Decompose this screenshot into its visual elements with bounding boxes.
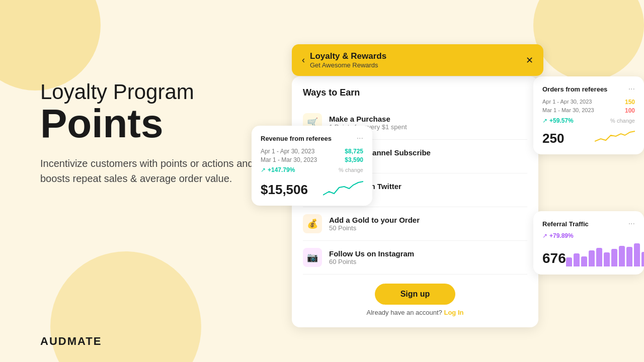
- orders-card: Orders from referees ··· Apr 1 - Apr 30,…: [533, 76, 644, 154]
- bar: [626, 247, 632, 266]
- orders-row-2: Mar 1 - Mar 30, 2023 100: [542, 107, 635, 114]
- orders-row-1: Apr 1 - Apr 30, 2023 150: [542, 99, 635, 106]
- earn-item-text-gold: Add a Gold to your Order 50 Points: [329, 216, 420, 232]
- bar: [596, 248, 602, 266]
- referral-card-header: Referral Traffic ···: [542, 219, 635, 228]
- bar: [581, 256, 587, 266]
- referral-bar-chart: [566, 241, 644, 266]
- referral-change: ↗ +79.89%: [542, 232, 635, 239]
- orders-card-title: Orders from referees: [542, 85, 607, 93]
- orders-more-icon[interactable]: ···: [628, 84, 635, 94]
- revenue-row-1: Apr 1 - Apr 30, 2023 $8,725: [261, 148, 363, 155]
- revenue-card: Revenue from referees ··· Apr 1 - Apr 30…: [252, 126, 372, 206]
- already-account-text: Already have an account? Log In: [303, 309, 527, 316]
- referral-change-arrow: ↗: [542, 232, 547, 239]
- referral-card: Referral Traffic ··· ↗ +79.89% 676: [533, 211, 644, 275]
- revenue-date2: Mar 1 - Mar 30, 2023: [261, 156, 317, 163]
- referral-bottom: 676: [542, 241, 635, 266]
- earn-item-gold: 💰 Add a Gold to your Order 50 Points: [303, 207, 527, 241]
- bar: [574, 253, 580, 266]
- orders-change-label: % change: [610, 118, 635, 124]
- orders-date2: Mar 1 - Mar 30, 2023: [542, 107, 594, 114]
- bg-circle-tl: [0, 0, 101, 90]
- gold-icon: 💰: [303, 214, 322, 233]
- description: Incentivize customers with points or act…: [40, 156, 257, 186]
- signup-button[interactable]: Sign up: [375, 284, 455, 305]
- referral-big-value: 676: [542, 250, 566, 266]
- orders-change-arrow: ↗: [542, 117, 547, 124]
- earn-title-instagram: Follow Us on Instagram: [329, 249, 414, 258]
- revenue-card-title: Revenue from referees: [261, 135, 332, 142]
- revenue-change-pct: +147.79%: [268, 166, 295, 173]
- earn-title-purchase: Make a Purchase: [329, 115, 407, 123]
- revenue-val1: $8,725: [345, 148, 363, 155]
- bar: [589, 250, 595, 266]
- close-icon[interactable]: ✕: [526, 55, 533, 66]
- bar: [604, 252, 610, 266]
- earn-sub-instagram: 60 Points: [329, 258, 414, 265]
- revenue-more-icon[interactable]: ···: [357, 134, 363, 143]
- loyalty-header-text: Loyalty & Rewards Get Awesome Rewards: [310, 51, 386, 69]
- revenue-change-label: % change: [339, 167, 363, 173]
- orders-big-value: 250: [542, 131, 564, 146]
- loyalty-program-label: Loyalty Program: [40, 80, 292, 104]
- orders-card-header: Orders from referees ···: [542, 84, 635, 94]
- loyalty-header-title: Loyalty & Rewards: [310, 51, 386, 61]
- referral-change-pct: +79.89%: [549, 232, 574, 239]
- revenue-row-2: Mar 1 - Mar 30, 2023 $3,590: [261, 156, 363, 163]
- chevron-left-icon[interactable]: ‹: [302, 55, 305, 65]
- loyalty-header-left: ‹ Loyalty & Rewards Get Awesome Rewards: [302, 51, 386, 69]
- already-account-label: Already have an account?: [367, 309, 442, 316]
- revenue-val2: $3,590: [345, 156, 363, 163]
- bar: [566, 257, 572, 266]
- revenue-change: ↗ +147.79% % change: [261, 166, 363, 173]
- right-section: ‹ Loyalty & Rewards Get Awesome Rewards …: [292, 0, 644, 362]
- orders-val2: 100: [625, 107, 635, 114]
- instagram-icon: 📷: [303, 248, 322, 267]
- earn-sub-gold: 50 Points: [329, 224, 420, 232]
- loyalty-header-sub: Get Awesome Rewards: [310, 61, 386, 69]
- bar: [634, 243, 640, 266]
- bar: [611, 249, 617, 266]
- revenue-change-arrow: ↗: [261, 166, 266, 173]
- earn-item-instagram: 📷 Follow Us on Instagram 60 Points: [303, 241, 527, 275]
- ways-to-earn-title: Ways to Earn: [303, 87, 527, 98]
- orders-date1: Apr 1 - Apr 30, 2023: [542, 99, 592, 106]
- orders-change: ↗ +59.57% % change: [542, 117, 635, 124]
- revenue-date1: Apr 1 - Apr 30, 2023: [261, 148, 314, 155]
- earn-item-text-ig: Follow Us on Instagram 60 Points: [329, 249, 414, 265]
- earn-title-gold: Add a Gold to your Order: [329, 216, 420, 224]
- revenue-bottom: $15,506: [261, 177, 363, 198]
- bar: [619, 246, 625, 266]
- referral-more-icon[interactable]: ···: [628, 219, 635, 228]
- revenue-big-value: $15,506: [261, 182, 308, 198]
- loyalty-header-card: ‹ Loyalty & Rewards Get Awesome Rewards …: [292, 44, 543, 76]
- orders-bottom: 250: [542, 126, 635, 146]
- log-in-link[interactable]: Log In: [444, 309, 463, 316]
- revenue-card-header: Revenue from referees ···: [261, 134, 363, 143]
- orders-chart: [595, 126, 635, 146]
- brand-logo: AUDMATE: [40, 335, 102, 348]
- orders-change-pct: +59.57%: [549, 117, 574, 124]
- orders-val1: 150: [625, 99, 635, 106]
- bar: [641, 252, 644, 266]
- revenue-chart: [323, 177, 363, 198]
- referral-card-title: Referral Traffic: [542, 220, 589, 228]
